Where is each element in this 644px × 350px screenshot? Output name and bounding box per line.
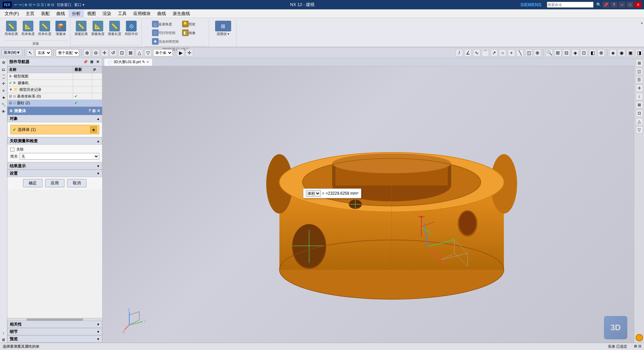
tool1[interactable]: ⊡ bbox=[118, 49, 126, 56]
ribbon-expand[interactable]: ▴ bbox=[641, 19, 643, 47]
nav-close-btn[interactable]: ✕ bbox=[95, 59, 100, 65]
ribbon-btn-local-radius[interactable]: ⊙ 局部半径 bbox=[123, 20, 139, 37]
ribbon-btn-measure-angle[interactable]: 📐 测量角度 bbox=[90, 20, 106, 37]
menu-tools[interactable]: 工具 bbox=[115, 10, 130, 17]
rp-icon1[interactable]: ⊞ bbox=[636, 59, 643, 67]
snap-icon2[interactable]: ⊖ bbox=[92, 49, 100, 56]
menu-dropdown-btn[interactable]: 菜单(M)▼ bbox=[1, 49, 22, 56]
ribbon-btn-measure-body[interactable]: 📦 测量体 bbox=[53, 20, 68, 37]
measure-close-icon[interactable]: ✕ bbox=[97, 109, 100, 113]
menu-view[interactable]: 视图 bbox=[84, 10, 99, 17]
move-icon[interactable]: ✛ bbox=[101, 49, 108, 56]
rp-icon7[interactable]: ⊡ bbox=[636, 110, 643, 117]
menu-analysis[interactable]: 分析 bbox=[68, 10, 84, 17]
ribbon-btn-simple-angle[interactable]: 📐 简单角度 bbox=[20, 20, 36, 37]
ribbon-btn-mirror[interactable]: ◧ 镜像 bbox=[181, 29, 201, 37]
zoom3-icon[interactable]: ⊟ bbox=[563, 49, 570, 56]
ribbon-btn-simple-distance[interactable]: 📏 简单距离 bbox=[3, 20, 19, 37]
snap7[interactable]: + bbox=[508, 49, 515, 56]
menu-assembly[interactable]: 装配 bbox=[38, 10, 53, 17]
rp-icon8[interactable]: △ bbox=[636, 118, 643, 125]
snap8[interactable]: ╲ bbox=[516, 49, 524, 56]
lsi-eye[interactable]: 👁 bbox=[1, 109, 7, 115]
preview-section-header[interactable]: 预览 ▼ bbox=[7, 335, 102, 343]
ribbon-btn-region[interactable]: ⊞ 国围状 ▾ bbox=[214, 20, 232, 37]
display3[interactable]: ▣ bbox=[627, 49, 634, 56]
tool3[interactable]: △ bbox=[136, 49, 143, 56]
active-tab[interactable]: 📄 3D大赛L01-B.prt ✎ ✕ bbox=[104, 58, 153, 66]
help-button[interactable]: ? bbox=[611, 2, 617, 8]
snap5[interactable]: ↗ bbox=[490, 49, 498, 56]
snap-icon1[interactable]: ⊕ bbox=[84, 49, 91, 56]
ribbon-btn-enclosed-space[interactable]: ■ 完全封闭空间 bbox=[151, 37, 180, 45]
measure-property-select[interactable]: 体积 面积 质量 bbox=[306, 190, 321, 197]
rp-circle[interactable] bbox=[636, 334, 643, 341]
nav-row-cylinder[interactable]: ☑ ⊟ 圆柱 (2) ✔ bbox=[8, 100, 102, 107]
nav-expand-btn[interactable]: ⊞ bbox=[89, 59, 94, 65]
lsi-list[interactable]: ≡ bbox=[1, 88, 7, 94]
menu-curve2[interactable]: 曲线 bbox=[154, 10, 169, 17]
lsi-nav[interactable]: 🗂 bbox=[1, 66, 7, 72]
snap10[interactable]: ⊕ bbox=[534, 49, 541, 56]
viewport[interactable]: 📄 3D大赛L01-B.prt ✎ ✕ bbox=[103, 58, 634, 343]
measure-expand-icon[interactable]: ⊞ bbox=[92, 109, 96, 113]
object-section-header[interactable]: 对象 ▲ bbox=[7, 115, 102, 122]
tool4[interactable]: ▽ bbox=[144, 49, 152, 56]
lsi-cross[interactable]: ✛ bbox=[1, 80, 7, 86]
maximize-button[interactable]: □ bbox=[627, 2, 633, 8]
menu-home[interactable]: 主页 bbox=[22, 10, 38, 17]
lsi-bottom1[interactable]: ↓ bbox=[1, 330, 7, 336]
close-button[interactable]: ✕ bbox=[635, 2, 641, 8]
menu-curve[interactable]: 曲线 bbox=[53, 10, 68, 17]
menu-appmodule[interactable]: 应用模块 bbox=[130, 10, 154, 17]
display1[interactable]: ◈ bbox=[609, 49, 617, 56]
measure-help-icon[interactable]: ? bbox=[89, 109, 91, 113]
tab-close-btn[interactable]: ✕ bbox=[146, 60, 149, 64]
snap1[interactable]: / bbox=[456, 49, 463, 56]
ribbon-btn-extend-angle[interactable]: △ 延展角度 bbox=[151, 20, 180, 28]
relevance-section-header[interactable]: 相关性 ▼ bbox=[7, 321, 102, 328]
assembly-select[interactable]: 整个装配 bbox=[56, 49, 79, 56]
lsi-tool[interactable]: 🔧 bbox=[1, 102, 7, 108]
menu-file[interactable]: 文件(F) bbox=[1, 10, 22, 17]
ribbon-btn-measure-length[interactable]: 📏 测量长度 bbox=[107, 20, 123, 37]
confirm-button[interactable]: 确定 bbox=[23, 179, 42, 187]
ribbon-btn-measure-distance[interactable]: 📏 测量距离 bbox=[73, 20, 89, 37]
display4[interactable]: ◨ bbox=[635, 49, 643, 56]
filter-icon[interactable]: ▶ bbox=[177, 49, 184, 56]
snap4[interactable]: ⌒ bbox=[482, 49, 489, 56]
display2[interactable]: ◉ bbox=[618, 49, 625, 56]
st-icon1[interactable]: ⊞ bbox=[634, 344, 637, 349]
nav-row-datum[interactable]: ☑ ⊞ 基准坐标系 (0) ✔ bbox=[8, 93, 102, 100]
view4[interactable]: ⊕ bbox=[598, 49, 605, 56]
zoom2-icon[interactable]: ⊞ bbox=[554, 49, 561, 56]
rp-icon3[interactable]: ☰ bbox=[636, 76, 643, 83]
view3[interactable]: ◧ bbox=[589, 49, 596, 56]
minimize-button[interactable]: ─ bbox=[619, 2, 625, 8]
left-scrollbar[interactable] bbox=[7, 318, 102, 321]
ribbon-btn-printable-space[interactable]: □ 可打印空间 bbox=[151, 29, 180, 37]
zoom-icon[interactable]: 🔍 bbox=[545, 49, 553, 56]
select-icon[interactable]: ↖ bbox=[27, 49, 34, 56]
assoc-section-header[interactable]: 关联测量和检查 ▲ bbox=[7, 137, 102, 145]
results-section-header[interactable]: 结果显示 ▼ bbox=[7, 162, 102, 170]
snap2[interactable]: ∠ bbox=[464, 49, 472, 56]
settings-section-header[interactable]: 设置 ▼ bbox=[7, 170, 102, 177]
assoc-check[interactable] bbox=[10, 148, 14, 152]
search-icon[interactable]: 🔍 bbox=[596, 2, 601, 7]
move2-icon[interactable]: ✛ bbox=[186, 49, 193, 56]
menu-derived-curve[interactable]: 派生曲线 bbox=[169, 10, 193, 17]
lsi-star[interactable]: ★ bbox=[1, 95, 7, 101]
menu-render[interactable]: 渲染 bbox=[99, 10, 115, 17]
window-pin-button[interactable]: 📌 bbox=[603, 2, 609, 8]
ribbon-btn-simple-length[interactable]: 📏 简单长度 bbox=[37, 20, 53, 37]
nav-row-history[interactable]: ▼ 📁 模型历史记录 bbox=[8, 86, 102, 93]
snap3[interactable]: ∿ bbox=[473, 49, 480, 56]
st-icon2[interactable]: ⊟ bbox=[638, 344, 641, 349]
tool2[interactable]: ⊠ bbox=[127, 49, 134, 56]
rp-icon2[interactable]: ◫ bbox=[636, 68, 643, 75]
rotate-icon[interactable]: ↺ bbox=[110, 49, 117, 56]
lsi-bottom2[interactable]: ⊞ bbox=[1, 337, 7, 343]
apply-button[interactable]: 应用 bbox=[45, 179, 64, 187]
details-section-header[interactable]: 细节 ▼ bbox=[7, 328, 102, 335]
